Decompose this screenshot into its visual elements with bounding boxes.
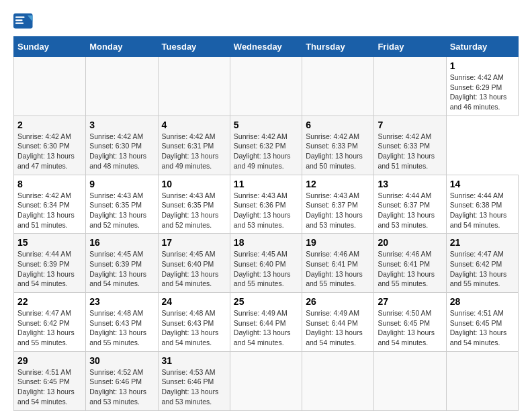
day-number: 18 xyxy=(234,237,298,248)
calendar-week-4: 15Sunrise: 4:44 AM Sunset: 6:39 PM Dayli… xyxy=(14,234,519,293)
day-number: 26 xyxy=(306,296,370,307)
weekday-header-thursday: Thursday xyxy=(302,37,374,57)
day-number: 4 xyxy=(162,120,226,130)
calendar-cell xyxy=(230,351,302,410)
logo-icon xyxy=(13,13,34,30)
calendar-cell: 6Sunrise: 4:42 AM Sunset: 6:33 PM Daylig… xyxy=(302,116,374,175)
weekday-header-tuesday: Tuesday xyxy=(158,37,230,57)
calendar-cell xyxy=(86,57,158,116)
logo xyxy=(13,13,38,30)
calendar-cell: 31Sunrise: 4:53 AM Sunset: 6:46 PM Dayli… xyxy=(158,351,230,410)
calendar-cell: 5Sunrise: 4:42 AM Sunset: 6:32 PM Daylig… xyxy=(230,116,302,175)
day-number: 21 xyxy=(450,237,515,248)
calendar-week-6: 29Sunrise: 4:51 AM Sunset: 6:45 PM Dayli… xyxy=(14,351,519,410)
day-number: 1 xyxy=(450,60,515,71)
calendar-cell: 30Sunrise: 4:52 AM Sunset: 6:46 PM Dayli… xyxy=(86,351,158,410)
day-detail: Sunrise: 4:43 AM Sunset: 6:35 PM Dayligh… xyxy=(89,191,154,230)
weekday-header-sunday: Sunday xyxy=(14,37,86,57)
calendar-cell: 9Sunrise: 4:43 AM Sunset: 6:35 PM Daylig… xyxy=(86,175,158,234)
day-number: 24 xyxy=(162,296,226,307)
day-number: 13 xyxy=(378,179,442,189)
day-detail: Sunrise: 4:45 AM Sunset: 6:40 PM Dayligh… xyxy=(162,249,226,289)
day-detail: Sunrise: 4:42 AM Sunset: 6:33 PM Dayligh… xyxy=(306,132,370,171)
calendar-cell xyxy=(374,351,446,410)
day-detail: Sunrise: 4:43 AM Sunset: 6:36 PM Dayligh… xyxy=(234,191,298,230)
calendar-cell: 10Sunrise: 4:43 AM Sunset: 6:35 PM Dayli… xyxy=(158,175,230,234)
day-detail: Sunrise: 4:48 AM Sunset: 6:43 PM Dayligh… xyxy=(162,308,226,348)
calendar-cell xyxy=(230,57,302,116)
calendar-cell: 29Sunrise: 4:51 AM Sunset: 6:45 PM Dayli… xyxy=(14,351,86,410)
day-detail: Sunrise: 4:53 AM Sunset: 6:46 PM Dayligh… xyxy=(162,367,226,407)
day-detail: Sunrise: 4:47 AM Sunset: 6:42 PM Dayligh… xyxy=(17,308,82,348)
day-number: 15 xyxy=(17,237,82,248)
calendar-cell: 20Sunrise: 4:46 AM Sunset: 6:41 PM Dayli… xyxy=(374,234,446,293)
calendar-week-1: 1Sunrise: 4:42 AM Sunset: 6:29 PM Daylig… xyxy=(14,57,519,116)
day-detail: Sunrise: 4:48 AM Sunset: 6:43 PM Dayligh… xyxy=(89,308,154,348)
day-detail: Sunrise: 4:46 AM Sunset: 6:41 PM Dayligh… xyxy=(378,249,442,289)
day-number: 29 xyxy=(17,355,82,366)
calendar-cell: 28Sunrise: 4:51 AM Sunset: 6:45 PM Dayli… xyxy=(446,293,518,352)
day-number: 20 xyxy=(378,237,442,248)
weekday-header-saturday: Saturday xyxy=(446,37,518,57)
calendar-cell: 2Sunrise: 4:42 AM Sunset: 6:30 PM Daylig… xyxy=(14,116,86,175)
calendar-cell: 22Sunrise: 4:47 AM Sunset: 6:42 PM Dayli… xyxy=(14,293,86,352)
svg-rect-2 xyxy=(15,17,25,18)
day-detail: Sunrise: 4:49 AM Sunset: 6:44 PM Dayligh… xyxy=(306,308,370,348)
calendar-cell: 1Sunrise: 4:42 AM Sunset: 6:29 PM Daylig… xyxy=(446,57,518,116)
day-detail: Sunrise: 4:42 AM Sunset: 6:30 PM Dayligh… xyxy=(17,132,82,171)
day-detail: Sunrise: 4:47 AM Sunset: 6:42 PM Dayligh… xyxy=(450,249,515,289)
day-number: 27 xyxy=(378,296,442,307)
calendar-cell: 27Sunrise: 4:50 AM Sunset: 6:45 PM Dayli… xyxy=(374,293,446,352)
day-number: 17 xyxy=(162,237,226,248)
day-number: 28 xyxy=(450,296,515,307)
day-number: 14 xyxy=(450,179,515,189)
calendar-cell: 4Sunrise: 4:42 AM Sunset: 6:31 PM Daylig… xyxy=(158,116,230,175)
calendar-header: SundayMondayTuesdayWednesdayThursdayFrid… xyxy=(14,37,519,57)
day-detail: Sunrise: 4:51 AM Sunset: 6:45 PM Dayligh… xyxy=(17,367,82,407)
day-number: 9 xyxy=(89,179,154,189)
day-detail: Sunrise: 4:42 AM Sunset: 6:34 PM Dayligh… xyxy=(17,191,82,230)
calendar-cell xyxy=(302,57,374,116)
day-number: 11 xyxy=(234,179,298,189)
calendar-cell: 16Sunrise: 4:45 AM Sunset: 6:39 PM Dayli… xyxy=(86,234,158,293)
weekday-header-monday: Monday xyxy=(86,37,158,57)
calendar-cell: 13Sunrise: 4:44 AM Sunset: 6:37 PM Dayli… xyxy=(374,175,446,234)
calendar-cell: 23Sunrise: 4:48 AM Sunset: 6:43 PM Dayli… xyxy=(86,293,158,352)
calendar-cell: 12Sunrise: 4:43 AM Sunset: 6:37 PM Dayli… xyxy=(302,175,374,234)
day-detail: Sunrise: 4:42 AM Sunset: 6:31 PM Dayligh… xyxy=(162,132,226,171)
calendar-cell xyxy=(446,351,518,410)
day-number: 5 xyxy=(234,120,298,130)
day-detail: Sunrise: 4:51 AM Sunset: 6:45 PM Dayligh… xyxy=(450,308,515,348)
day-detail: Sunrise: 4:52 AM Sunset: 6:46 PM Dayligh… xyxy=(89,367,154,407)
day-number: 16 xyxy=(89,237,154,248)
calendar-week-5: 22Sunrise: 4:47 AM Sunset: 6:42 PM Dayli… xyxy=(14,293,519,352)
day-detail: Sunrise: 4:42 AM Sunset: 6:33 PM Dayligh… xyxy=(378,132,442,171)
day-detail: Sunrise: 4:46 AM Sunset: 6:41 PM Dayligh… xyxy=(306,249,370,289)
calendar-week-2: 2Sunrise: 4:42 AM Sunset: 6:30 PM Daylig… xyxy=(14,116,519,175)
calendar-cell: 11Sunrise: 4:43 AM Sunset: 6:36 PM Dayli… xyxy=(230,175,302,234)
calendar-table: SundayMondayTuesdayWednesdayThursdayFrid… xyxy=(13,36,519,411)
calendar-cell: 14Sunrise: 4:44 AM Sunset: 6:38 PM Dayli… xyxy=(446,175,518,234)
day-detail: Sunrise: 4:49 AM Sunset: 6:44 PM Dayligh… xyxy=(234,308,298,348)
day-number: 30 xyxy=(89,355,154,366)
weekday-header-friday: Friday xyxy=(374,37,446,57)
day-number: 19 xyxy=(306,237,370,248)
calendar-week-3: 8Sunrise: 4:42 AM Sunset: 6:34 PM Daylig… xyxy=(14,175,519,234)
day-number: 31 xyxy=(162,355,226,366)
day-detail: Sunrise: 4:45 AM Sunset: 6:39 PM Dayligh… xyxy=(89,249,154,289)
calendar-cell: 15Sunrise: 4:44 AM Sunset: 6:39 PM Dayli… xyxy=(14,234,86,293)
calendar-cell: 17Sunrise: 4:45 AM Sunset: 6:40 PM Dayli… xyxy=(158,234,230,293)
weekday-header-row: SundayMondayTuesdayWednesdayThursdayFrid… xyxy=(14,37,519,57)
day-detail: Sunrise: 4:45 AM Sunset: 6:40 PM Dayligh… xyxy=(234,249,298,289)
svg-rect-3 xyxy=(15,19,23,21)
day-number: 2 xyxy=(17,120,82,130)
day-detail: Sunrise: 4:44 AM Sunset: 6:37 PM Dayligh… xyxy=(378,191,442,230)
day-number: 7 xyxy=(378,120,442,130)
calendar-body: 1Sunrise: 4:42 AM Sunset: 6:29 PM Daylig… xyxy=(14,57,519,411)
svg-rect-4 xyxy=(15,23,24,24)
calendar-cell: 21Sunrise: 4:47 AM Sunset: 6:42 PM Dayli… xyxy=(446,234,518,293)
calendar-cell xyxy=(14,57,86,116)
calendar-cell: 24Sunrise: 4:48 AM Sunset: 6:43 PM Dayli… xyxy=(158,293,230,352)
day-number: 6 xyxy=(306,120,370,130)
day-detail: Sunrise: 4:44 AM Sunset: 6:39 PM Dayligh… xyxy=(17,249,82,289)
